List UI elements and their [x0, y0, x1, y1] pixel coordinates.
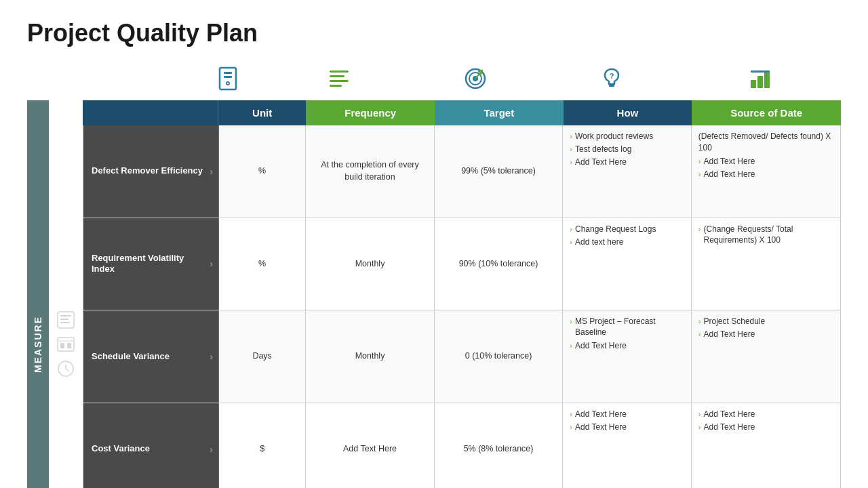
svg-point-4 — [227, 83, 229, 84]
unit-cell: Days — [219, 310, 306, 403]
bullet-item: ›Test defects log — [570, 144, 631, 155]
page-title: Project Quality Plan — [27, 19, 841, 47]
svg-rect-15 — [751, 80, 756, 88]
bullet-arrow: › — [570, 144, 572, 155]
bullet-item: ›Add Text Here — [698, 169, 755, 180]
source-cell: ›Project Schedule›Add Text Here — [692, 310, 840, 403]
bullet-item: ›Add Text Here — [570, 422, 627, 432]
bullet-text: Add Text Here — [704, 329, 755, 340]
bullet-item: ›Add Text Here — [570, 409, 627, 420]
bullet-item: ›Change Request Logs — [570, 224, 656, 235]
source-icon — [680, 60, 841, 99]
bullet-arrow: › — [570, 237, 572, 247]
chevron-icon: › — [210, 351, 213, 362]
bullet-text: Add Text Here — [704, 422, 755, 432]
unit-cell: % — [219, 218, 306, 310]
table-header: Unit Frequency Target How Source of Date — [83, 100, 841, 125]
side-icons-area — [49, 100, 83, 488]
frequency-cell: At the completion of every build iterati… — [306, 125, 435, 218]
frequency-cell: Monthly — [306, 218, 435, 310]
bullet-text: MS Project – Forecast Baseline — [575, 316, 684, 338]
how-icon: ? — [544, 60, 680, 99]
source-cell: ›(Change Requests/ Total Requirements) X… — [692, 218, 840, 310]
table-row: Schedule Variance›DaysMonthly0 (10% tole… — [83, 310, 840, 403]
frequency-icon — [271, 60, 408, 99]
metric-name: Cost Variance — [92, 443, 150, 455]
source-first-line: (Defects Removed/ Defects found) X 100 — [698, 131, 833, 154]
bullet-arrow: › — [570, 224, 572, 235]
frequency-cell: Monthly — [306, 310, 435, 403]
svg-rect-13 — [609, 85, 614, 87]
bullet-item: ›Add Text Here — [698, 409, 755, 420]
measure-label: Measure — [27, 100, 49, 488]
metric-cell: Requirement Volatility Index› — [83, 218, 219, 310]
metric-cell: Defect Remover Efficiency› — [83, 125, 219, 218]
metric-cell: Schedule Variance› — [83, 310, 219, 403]
svg-rect-20 — [60, 315, 71, 317]
how-cell: ›Work product reviews›Test defects log›A… — [563, 125, 692, 218]
source-cell: ›Add Text Here›Add Text Here — [692, 403, 840, 488]
chevron-icon: › — [210, 444, 213, 455]
bullet-arrow: › — [698, 329, 701, 340]
bullet-text: Test defects log — [575, 144, 631, 155]
svg-rect-5 — [330, 70, 349, 73]
bullet-text: Add Text Here — [704, 409, 755, 420]
bullet-arrow: › — [570, 317, 572, 327]
bullet-arrow: › — [570, 131, 572, 142]
how-cell: ›Change Request Logs›Add text here — [563, 218, 692, 310]
frequency-cell: Add Text Here — [306, 403, 435, 488]
target-cell: 0 (10% tolerance) — [435, 310, 564, 403]
svg-rect-7 — [330, 80, 349, 82]
metric-name: Schedule Variance — [92, 351, 170, 363]
how-cell: ›MS Project – Forecast Baseline›Add Text… — [563, 310, 692, 403]
bullet-text: Add Text Here — [575, 409, 627, 420]
svg-rect-2 — [224, 76, 232, 78]
bullet-arrow: › — [698, 169, 701, 180]
svg-rect-18 — [751, 70, 770, 73]
table-row: Cost Variance›$Add Text Here5% (8% toler… — [83, 403, 840, 488]
bullet-text: Add text here — [575, 237, 623, 247]
table-body: Defect Remover Efficiency›%At the comple… — [83, 125, 841, 488]
bullet-arrow: › — [570, 409, 572, 420]
svg-rect-25 — [60, 343, 64, 348]
table-row: Defect Remover Efficiency›%At the comple… — [83, 125, 840, 218]
bullet-arrow: › — [698, 317, 701, 327]
metric-name: Defect Remover Efficiency — [92, 165, 203, 177]
bullet-item: ›Add Text Here — [698, 329, 755, 340]
bullet-item: ›Add text here — [570, 237, 623, 247]
bullet-item: ›(Change Requests/ Total Requirements) X… — [698, 224, 833, 245]
bullet-item: ›Add Text Here — [698, 422, 755, 432]
bullet-arrow: › — [698, 224, 701, 235]
bullet-arrow: › — [570, 422, 572, 432]
bullet-text: Work product reviews — [575, 131, 653, 142]
bullet-text: Project Schedule — [704, 316, 766, 327]
bullet-arrow: › — [570, 157, 572, 167]
svg-rect-26 — [67, 343, 71, 348]
bullet-text: (Change Requests/ Total Requirements) X … — [704, 224, 834, 245]
unit-cell: $ — [219, 403, 306, 488]
svg-rect-21 — [60, 319, 68, 320]
svg-text:?: ? — [610, 72, 614, 80]
header-target: Target — [435, 100, 564, 125]
bullet-text: Add Text Here — [575, 422, 627, 432]
svg-rect-16 — [757, 76, 763, 88]
header-unit: Unit — [218, 100, 306, 125]
svg-rect-8 — [330, 85, 342, 87]
unit-icon — [184, 60, 271, 99]
unit-cell: % — [219, 125, 306, 218]
bullet-arrow: › — [698, 409, 701, 420]
bullet-item: ›Work product reviews — [570, 131, 653, 142]
source-cell: (Defects Removed/ Defects found) X 100›A… — [692, 125, 840, 218]
header-source: Source of Date — [692, 100, 841, 125]
svg-rect-23 — [58, 338, 74, 351]
target-cell: 99% (5% tolerance) — [435, 125, 564, 218]
header-how: How — [564, 100, 692, 125]
bullet-item: ›MS Project – Forecast Baseline — [570, 316, 684, 338]
svg-rect-17 — [764, 72, 770, 88]
bullet-text: Add Text Here — [575, 157, 627, 167]
svg-line-29 — [66, 369, 69, 371]
svg-rect-0 — [220, 68, 236, 89]
target-cell: 90% (10% tolerance) — [435, 218, 564, 310]
bullet-item: ›Add Text Here — [698, 156, 755, 167]
bullet-text: Add Text Here — [704, 169, 755, 180]
